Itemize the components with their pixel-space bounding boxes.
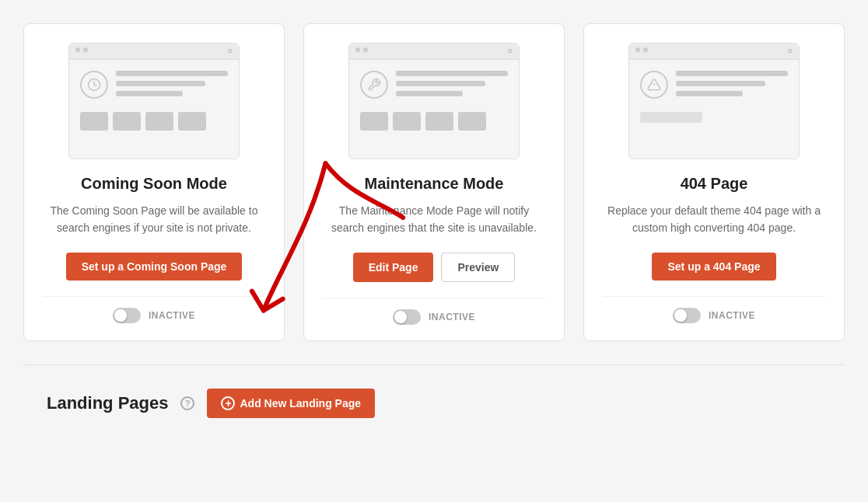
404-title: 404 Page [681, 175, 748, 193]
maintenance-toggle[interactable] [393, 309, 421, 325]
404-toggle[interactable] [673, 308, 701, 323]
browser-menu-icon: ≡ [228, 47, 233, 55]
maintenance-illustration: ≡ [348, 43, 520, 159]
maintenance-actions: Edit Page Preview [353, 253, 516, 282]
plus-circle-icon: + [221, 396, 235, 410]
coming-soon-description: The Coming Soon Page will be available t… [43, 202, 265, 237]
maintenance-title: Maintenance Mode [365, 175, 504, 193]
404-illustration: ≡ [628, 43, 800, 159]
warning-icon [640, 71, 668, 99]
preview-button[interactable]: Preview [441, 253, 515, 282]
coming-soon-actions: Set up a Coming Soon Page [66, 253, 243, 281]
clock-icon [80, 71, 108, 99]
coming-soon-illustration: ≡ [68, 43, 240, 159]
404-card: ≡ [583, 23, 845, 341]
wrench-icon [360, 71, 388, 99]
coming-soon-toggle[interactable] [113, 308, 141, 323]
maintenance-description: The Maintenance Mode Page will notify se… [323, 202, 545, 237]
maintenance-footer: INACTIVE [323, 298, 545, 325]
404-setup-button[interactable]: Set up a 404 Page [652, 253, 775, 281]
maintenance-status: INACTIVE [429, 312, 475, 322]
coming-soon-title: Coming Soon Mode [81, 175, 227, 193]
404-status: INACTIVE [709, 310, 755, 321]
landing-pages-section-header: Landing Pages ? + Add New Landing Page [23, 389, 845, 418]
help-icon[interactable]: ? [180, 396, 194, 410]
browser-menu-icon: ≡ [788, 47, 793, 55]
404-actions: Set up a 404 Page [652, 253, 775, 281]
coming-soon-setup-button[interactable]: Set up a Coming Soon Page [66, 253, 243, 281]
coming-soon-card: ≡ [23, 23, 285, 341]
maintenance-card: ≡ [303, 23, 565, 341]
coming-soon-footer: INACTIVE [43, 296, 265, 323]
404-description: Replace your default theme 404 page with… [603, 202, 825, 237]
landing-pages-title: Landing Pages [47, 393, 168, 413]
edit-page-button[interactable]: Edit Page [353, 253, 434, 282]
coming-soon-status: INACTIVE [149, 310, 195, 321]
add-landing-page-label: Add New Landing Page [240, 397, 361, 410]
mode-cards-row: ≡ [23, 23, 845, 341]
404-footer: INACTIVE [603, 296, 825, 323]
add-landing-page-button[interactable]: + Add New Landing Page [207, 389, 375, 418]
section-divider [23, 364, 845, 365]
browser-menu-icon: ≡ [508, 47, 513, 55]
